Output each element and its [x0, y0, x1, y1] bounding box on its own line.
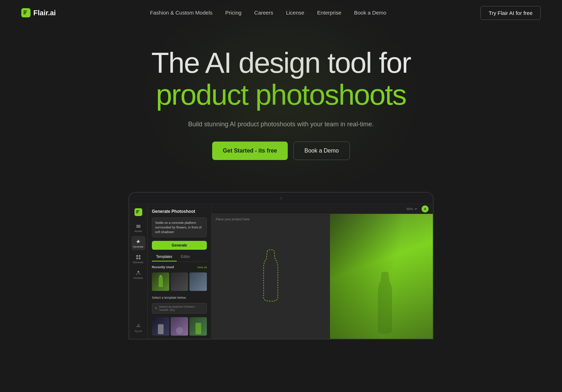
layers-icon [135, 223, 142, 229]
more-thumb-2[interactable] [171, 317, 188, 336]
panel-tabs: Templates Editor [152, 253, 207, 262]
sidebar-item-try-on[interactable]: Try On [131, 320, 145, 335]
search-icon [155, 307, 158, 310]
sidebar-logo-icon [134, 208, 142, 216]
canvas-hint-text: Place your product here [216, 217, 250, 221]
hero-title-line1: The AI design tool for [151, 46, 411, 79]
tab-templates[interactable]: Templates [152, 253, 177, 261]
navbar: Flair.ai Fashion & Custom Models Pricing… [0, 0, 562, 26]
sparkles-icon [135, 238, 142, 245]
app-ui: Assets Generate [129, 204, 433, 339]
svg-line-13 [156, 309, 157, 309]
generate-button[interactable]: Generate [152, 241, 207, 250]
hero-buttons: Get Started - its free Book a Demo [14, 142, 548, 160]
svg-rect-7 [136, 258, 138, 259]
laptop-mockup-container: Assets Generate [0, 192, 562, 339]
sidebar-item-assets[interactable]: Assets [131, 220, 145, 234]
book-demo-button[interactable]: Book a Demo [293, 142, 350, 160]
laptop-bezel [129, 193, 433, 204]
sidebar-item-elements[interactable]: Elements [131, 252, 145, 266]
prompt-area[interactable]: 'bottle on a concrete platform surrounde… [152, 217, 207, 237]
canvas-bg-panel [330, 214, 433, 339]
nav-enterprise[interactable]: Enterprise [317, 10, 341, 16]
canvas-user-avatar: A [422, 205, 429, 212]
search-templates-input[interactable]: Search by keyword ('flowers', 'sunset', … [152, 303, 207, 314]
sidebar-generate-label: Generate [133, 245, 143, 248]
view-all-link[interactable]: View all [197, 266, 207, 269]
nav-careers[interactable]: Careers [254, 10, 273, 16]
hanger-icon [135, 323, 142, 329]
sidebar-item-generate[interactable]: Generate [131, 236, 145, 250]
svg-point-9 [137, 271, 139, 272]
svg-rect-11 [159, 277, 163, 287]
template-thumb-2[interactable] [171, 272, 188, 291]
search-placeholder-text: Search by keyword ('flowers', 'sunset', … [159, 305, 204, 311]
nav-cta-button[interactable]: Try Flair AI for free [480, 6, 541, 20]
svg-rect-4 [136, 227, 140, 228]
panel-title: Generate Photoshoot [152, 209, 207, 214]
get-started-button[interactable]: Get Started - its free [212, 142, 288, 160]
app-sidebar: Assets Generate [129, 204, 148, 339]
sidebar-tryon-label: Try On [134, 330, 142, 332]
hero-section: The AI design tool for product photoshoo… [0, 26, 562, 174]
select-template-text: Select a template below. [152, 296, 207, 299]
svg-rect-8 [139, 258, 140, 259]
app-canvas: 55% A Place your product here [211, 204, 433, 339]
hero-subtitle: Build stunning AI product photoshoots wi… [14, 121, 548, 128]
svg-point-12 [155, 307, 156, 309]
zoom-level: 55% [407, 207, 413, 211]
template-thumbs [152, 272, 207, 291]
more-thumb-3[interactable] [189, 317, 207, 336]
nav-license[interactable]: License [286, 10, 304, 16]
logo-text: Flair.ai [33, 9, 56, 17]
canvas-area: Place your product here [211, 214, 433, 339]
sidebar-elements-label: Elements [133, 261, 143, 264]
bottle-outline-svg [257, 248, 285, 305]
canvas-top-bar: 55% A [211, 204, 433, 214]
recently-used-title: Recently Used [152, 265, 174, 269]
template-thumb-1[interactable] [152, 272, 169, 291]
svg-rect-10 [159, 275, 162, 277]
logo[interactable]: Flair.ai [21, 8, 56, 17]
tab-editor[interactable]: Editor [177, 253, 194, 261]
more-thumb-1[interactable] [152, 317, 169, 336]
nav-pricing[interactable]: Pricing [225, 10, 242, 16]
hero-title: The AI design tool for product photoshoo… [14, 47, 548, 111]
logo-icon [21, 8, 31, 17]
svg-rect-2 [136, 225, 140, 226]
canvas-product-area[interactable]: Place your product here [211, 214, 330, 339]
sidebar-humans-label: Humans [133, 277, 143, 279]
svg-rect-6 [139, 255, 140, 257]
sidebar-assets-label: Assets [134, 230, 142, 232]
person-icon [135, 270, 142, 276]
nav-book-demo[interactable]: Book a Demo [354, 10, 386, 16]
svg-rect-1 [134, 208, 142, 216]
laptop-mockup: Assets Generate [128, 192, 434, 339]
canvas-zoom[interactable]: 55% [407, 207, 417, 211]
recently-used-header: Recently Used View all [152, 265, 207, 269]
sidebar-item-humans[interactable]: Humans [131, 267, 145, 281]
hero-title-line2: product photoshoots [14, 79, 548, 111]
svg-rect-5 [136, 255, 138, 257]
template-thumb-3[interactable] [189, 272, 207, 291]
more-template-thumbs [152, 317, 207, 336]
app-left-panel: Generate Photoshoot 'bottle on a concret… [148, 204, 211, 339]
nav-fashion-custom-models[interactable]: Fashion & Custom Models [150, 10, 213, 16]
chevron-down-icon [414, 208, 417, 210]
nav-links: Fashion & Custom Models Pricing Careers … [150, 10, 386, 16]
laptop-camera [280, 197, 282, 200]
svg-rect-3 [136, 226, 140, 227]
grid-icon [135, 254, 142, 260]
